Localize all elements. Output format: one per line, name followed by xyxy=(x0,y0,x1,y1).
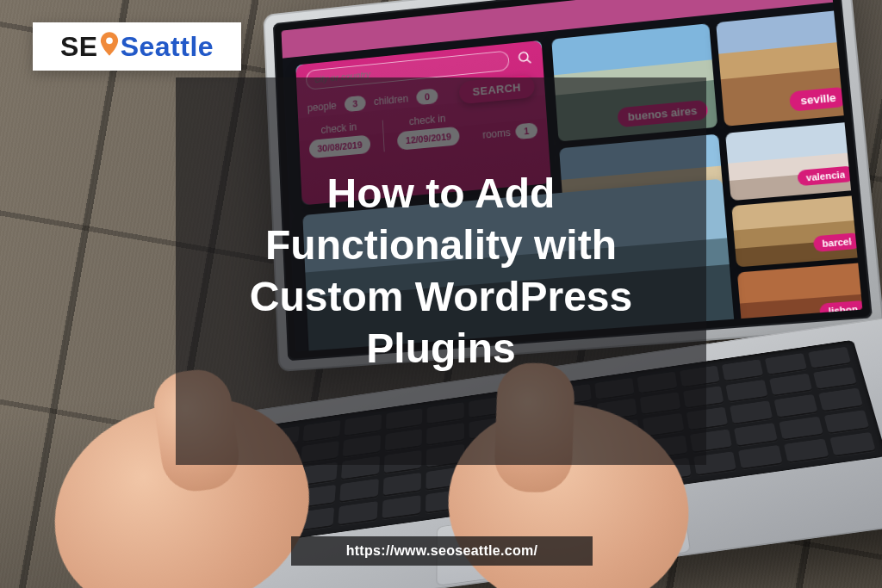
logo-left: SE xyxy=(60,31,98,62)
key[interactable] xyxy=(338,501,377,526)
key[interactable] xyxy=(769,374,812,397)
tile-seville[interactable]: seville xyxy=(716,9,857,127)
url-text: https://www.seoseattle.com/ xyxy=(346,543,538,559)
key[interactable] xyxy=(829,432,875,457)
tile-barcelona[interactable]: barcel xyxy=(731,195,862,267)
key[interactable] xyxy=(730,401,773,424)
key[interactable] xyxy=(765,353,807,375)
search-icon[interactable] xyxy=(517,49,533,68)
svg-line-1 xyxy=(527,59,531,63)
key[interactable] xyxy=(339,479,379,503)
key[interactable] xyxy=(808,347,851,369)
headline: How to Add Functionality with Custom Wor… xyxy=(202,168,680,374)
key[interactable] xyxy=(382,495,421,520)
map-pin-icon xyxy=(100,32,119,56)
key[interactable] xyxy=(382,473,421,497)
stage: – ☐ ✕ xyxy=(0,0,882,588)
key[interactable] xyxy=(784,438,829,463)
tile-label: lisbon xyxy=(819,300,863,320)
key[interactable] xyxy=(722,359,763,381)
logo-right: Seattle xyxy=(121,31,214,62)
key[interactable] xyxy=(780,416,824,440)
key[interactable] xyxy=(726,380,768,403)
key[interactable] xyxy=(734,423,778,447)
key[interactable] xyxy=(824,410,870,434)
brand-logo: SE Seattle xyxy=(33,22,241,71)
key[interactable] xyxy=(774,394,818,418)
key[interactable] xyxy=(813,367,857,390)
headline-overlay: How to Add Functionality with Custom Wor… xyxy=(176,77,706,465)
svg-point-2 xyxy=(106,37,113,44)
tile-valencia[interactable]: valencia xyxy=(725,121,862,201)
key[interactable] xyxy=(738,445,783,470)
key[interactable] xyxy=(818,388,863,412)
url-bar: https://www.seoseattle.com/ xyxy=(291,536,593,566)
